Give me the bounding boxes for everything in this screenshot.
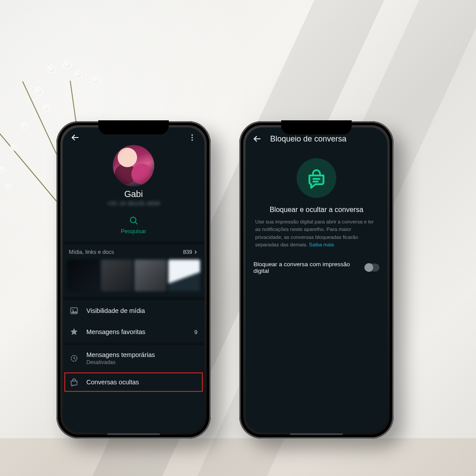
phone-notch [281,120,352,134]
hero-title: Bloquear e ocultar a conversa [254,206,379,214]
profile-block: Gabi +55 16 98105-4699 [63,145,205,211]
phone-notch [98,120,169,134]
svg-point-2 [192,137,193,138]
fingerprint-lock-toggle-row[interactable]: Bloquear a conversa com impressão digita… [245,251,387,284]
phone-right: Bloqueio de conversa Bloquear e ocultar … [239,121,394,439]
row-label: Mensagens favoritas [86,328,186,335]
search-action[interactable]: Pesquisar [63,211,205,241]
left-screen: Gabi +55 16 98105-4699 Pesquisar Mídia, … [63,127,205,432]
row-hidden-chats[interactable]: Conversas ocultas [63,372,205,393]
screen-title: Bloqueio de conversa [270,134,346,144]
media-thumb[interactable] [134,260,167,291]
avatar[interactable] [113,145,154,186]
svg-point-3 [192,139,193,141]
learn-more-link[interactable]: Saiba mais [309,242,334,247]
image-icon [70,306,78,315]
toggle-switch[interactable] [364,264,379,271]
media-section-header[interactable]: Mídia, links e docs 839 [63,245,205,258]
home-indicator [290,433,343,435]
section-gap [63,297,205,300]
search-icon [129,216,138,225]
media-thumb[interactable] [67,260,99,291]
lock-chat-icon [70,378,78,387]
row-label: Mensagens temporárias [86,351,197,358]
profile-name: Gabi [63,189,205,199]
profile-phone: +55 16 98105-4699 [63,200,205,207]
back-button[interactable] [68,130,82,145]
timer-icon [70,354,78,363]
media-thumbnails[interactable] [63,258,205,297]
lock-hero-badge [297,158,336,198]
chevron-right-icon [193,249,198,255]
back-button[interactable] [250,132,264,146]
row-label: Conversas ocultas [86,379,197,386]
row-media-visibility[interactable]: Visibilidade de mídia [63,300,205,321]
svg-point-7 [72,309,74,311]
row-disappearing-messages[interactable]: Mensagens temporárias Desativadas [63,345,205,372]
row-favorite-messages[interactable]: Mensagens favoritas 9 [63,321,205,342]
favorites-count: 9 [194,329,197,335]
home-indicator [107,433,160,435]
phone-left: Gabi +55 16 98105-4699 Pesquisar Mídia, … [56,121,211,439]
media-thumb[interactable] [168,260,201,291]
arrow-left-icon [252,134,262,144]
svg-point-1 [192,134,193,136]
section-gap [63,241,205,245]
scene-background: Gabi +55 16 98105-4699 Pesquisar Mídia, … [0,0,476,476]
svg-line-10 [74,358,75,359]
arrow-left-icon [70,133,80,142]
star-icon [70,327,78,336]
toggle-label: Bloquear a conversa com impressão digita… [253,261,364,274]
row-sublabel: Desativadas [86,359,197,365]
overflow-menu-button[interactable] [185,130,199,145]
lock-chat-icon [306,167,327,189]
media-thumb[interactable] [101,260,133,291]
hero-description: Use sua impressão digital para abrir a c… [254,218,379,249]
media-header-label: Mídia, links e docs [69,249,114,255]
media-count-value: 839 [183,249,192,255]
right-screen: Bloqueio de conversa Bloquear e ocultar … [245,127,387,432]
media-count: 839 [183,249,198,255]
svg-line-5 [135,222,137,224]
more-vert-icon [188,133,197,142]
row-label: Visibilidade de mídia [86,307,197,314]
hero: Bloquear e ocultar a conversa Use sua im… [245,150,387,251]
search-label: Pesquisar [121,228,146,234]
